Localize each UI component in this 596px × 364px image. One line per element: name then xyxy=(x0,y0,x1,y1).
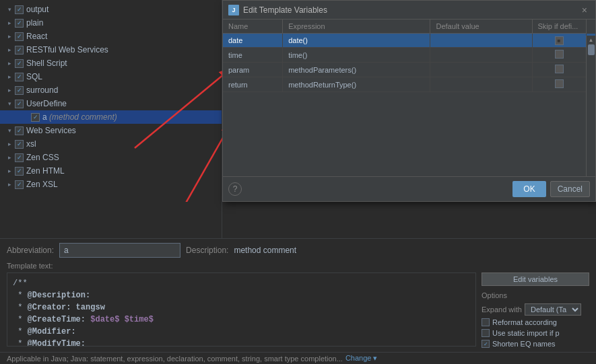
table-row-return[interactable]: return methodReturnType() xyxy=(223,77,595,92)
expand-icon-webservices xyxy=(5,126,13,135)
cell-default-param xyxy=(430,63,532,77)
label-xsl: xsl xyxy=(26,139,36,149)
checkbox-surround[interactable] xyxy=(15,86,24,95)
edit-template-variables-dialog: J Edit Template Variables × Name Express… xyxy=(222,0,596,202)
tree-item-plain[interactable]: plain xyxy=(0,16,222,30)
checkbox-zenxsl[interactable] xyxy=(15,180,24,189)
code-line-2: * @Description: xyxy=(13,289,470,301)
expand-icon-userdefine xyxy=(5,100,13,108)
skip-checkbox-param[interactable] xyxy=(555,65,564,73)
expand-icon-zenhtml xyxy=(5,167,13,175)
option-checkbox-static[interactable] xyxy=(482,329,490,337)
tree-item-xsl[interactable]: xsl xyxy=(0,137,222,151)
cell-default-date xyxy=(430,34,532,48)
cell-name-time: time xyxy=(223,48,283,63)
label-plain: plain xyxy=(26,18,43,28)
checkbox-shell[interactable] xyxy=(15,59,24,68)
code-line-5: * @Modifier: xyxy=(13,326,470,338)
abbreviation-label: Abbreviation: xyxy=(7,246,54,255)
scroll-bar: ▲ ▼ xyxy=(586,36,595,176)
code-line-4: * @CreateTime: $date$ $time$ xyxy=(13,314,470,326)
option-checkbox-reformat[interactable] xyxy=(482,318,490,326)
checkbox-restful[interactable] xyxy=(15,46,24,54)
checkbox-webservices[interactable] xyxy=(15,126,24,135)
tree-item-a-method[interactable]: a (method comment) xyxy=(0,110,222,124)
dialog-icon: J xyxy=(228,5,239,15)
code-line-3: * @Creator: tangsw xyxy=(13,301,470,314)
label-a-comment: (method comment) xyxy=(47,112,117,122)
applicable-bar: Applicable in Java; Java: statement, exp… xyxy=(0,352,596,364)
tree-item-shell[interactable]: Shell Script xyxy=(0,57,222,70)
label-restful: RESTful Web Services xyxy=(26,45,108,54)
expand-icon-shell xyxy=(5,59,13,67)
description-label: Description: xyxy=(186,246,228,255)
scroll-up-arrow[interactable]: ▲ xyxy=(589,37,594,43)
help-button[interactable]: ? xyxy=(228,182,242,196)
checkbox-output[interactable] xyxy=(15,5,24,14)
expand-icon-react xyxy=(5,32,13,40)
tree-item-output[interactable]: output xyxy=(0,3,222,16)
checkbox-a[interactable] xyxy=(31,113,40,122)
checkbox-userdefine[interactable] xyxy=(15,100,24,108)
abbreviation-input[interactable] xyxy=(59,243,180,258)
cell-skip-time xyxy=(532,48,586,63)
edit-variables-button[interactable]: Edit variables xyxy=(482,272,589,286)
tree-item-zenxsl[interactable]: Zen XSL xyxy=(0,178,222,191)
expand-with-dropdown[interactable]: Default (Ta xyxy=(525,303,581,316)
right-options-panel: Edit variables Options Expand with Defau… xyxy=(482,272,589,348)
label-a: a xyxy=(42,112,47,122)
tree-item-userdefine[interactable]: UserDefine xyxy=(0,97,222,110)
tree-item-sql[interactable]: SQL xyxy=(0,70,222,83)
label-userdefine: UserDefine xyxy=(26,99,67,108)
col-skip: Skip if defi... xyxy=(532,20,586,34)
dialog-title: Edit Template Variables xyxy=(243,5,579,15)
cell-skip-param xyxy=(532,63,586,77)
option-row-reformat: Reformat according xyxy=(482,318,589,326)
expand-icon-restful xyxy=(5,46,13,54)
skip-checkbox-date[interactable] xyxy=(555,36,564,45)
table-row-param[interactable]: param methodParameters() xyxy=(223,63,595,77)
close-button[interactable]: × xyxy=(579,5,590,15)
checkbox-zencss[interactable] xyxy=(15,153,24,162)
template-text-area[interactable]: /** * @Description: * @Creator: tangsw *… xyxy=(7,272,476,347)
skip-checkbox-time[interactable] xyxy=(555,50,564,59)
cell-skip-return xyxy=(532,77,586,92)
tree-item-zenhtml[interactable]: Zen HTML xyxy=(0,164,222,178)
tree-item-restful[interactable]: RESTful Web Services xyxy=(0,43,222,57)
cancel-button[interactable]: Cancel xyxy=(550,181,590,197)
checkbox-xsl[interactable] xyxy=(15,140,24,149)
description-value: method comment xyxy=(234,246,296,255)
expand-icon-zenxsl xyxy=(5,180,13,188)
tree-item-zencss[interactable]: Zen CSS xyxy=(0,151,222,164)
checkbox-react[interactable] xyxy=(15,32,24,41)
table-row-date[interactable]: date date() xyxy=(223,34,595,48)
main-panel: output plain React RESTful Web Services xyxy=(0,0,596,364)
cell-expr-time: time() xyxy=(283,48,430,63)
cell-default-time xyxy=(430,48,532,63)
code-line-6: * @ModifyTime: xyxy=(13,338,470,347)
option-label-static: Use static import if p xyxy=(492,329,560,337)
option-checkbox-shorten[interactable] xyxy=(482,340,490,348)
tree-item-webservices[interactable]: Web Services xyxy=(0,124,222,137)
change-link[interactable]: Change ▾ xyxy=(345,354,378,363)
option-label-shorten: Shorten EQ names xyxy=(492,340,556,348)
skip-checkbox-return[interactable] xyxy=(555,79,564,88)
label-zenxsl: Zen XSL xyxy=(26,180,58,189)
label-react: React xyxy=(26,32,47,41)
cell-default-return xyxy=(430,77,532,92)
template-section: /** * @Description: * @Creator: tangsw *… xyxy=(7,272,589,348)
label-sql: SQL xyxy=(26,72,42,81)
table-row-time[interactable]: time time() xyxy=(223,48,595,63)
table: Name Expression Default value Skip if de… xyxy=(223,20,595,92)
checkbox-sql[interactable] xyxy=(15,73,24,81)
checkbox-zenhtml[interactable] xyxy=(15,167,24,176)
tree-item-surround[interactable]: surround xyxy=(0,83,222,97)
tree-item-react[interactable]: React xyxy=(0,30,222,43)
label-zencss: Zen CSS xyxy=(26,153,59,162)
cell-skip-date xyxy=(532,34,586,48)
ok-button[interactable]: OK xyxy=(512,181,545,197)
checkbox-plain[interactable] xyxy=(15,19,24,28)
expand-icon-zencss xyxy=(5,153,13,161)
abbreviation-row: Abbreviation: Description: method commen… xyxy=(7,243,589,258)
option-label-reformat: Reformat according xyxy=(492,318,557,326)
